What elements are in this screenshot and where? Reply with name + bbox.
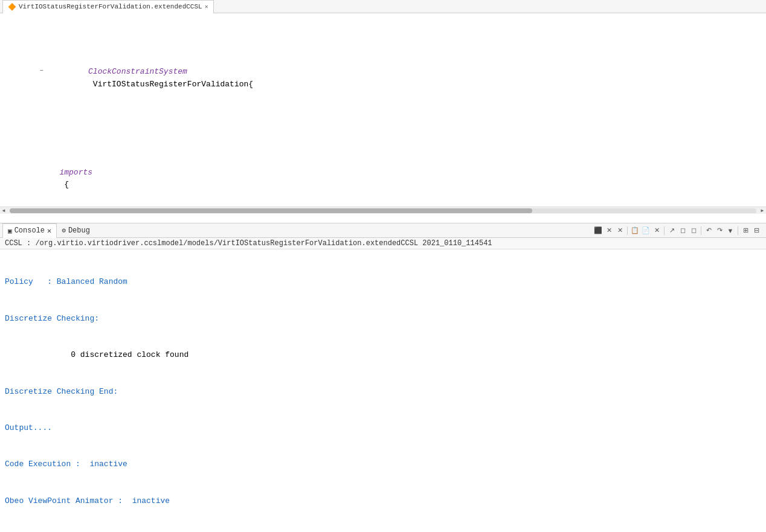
console-output[interactable]: Policy : Balanced Random Discretize Chec…: [0, 249, 766, 532]
editor-tab-label: VirtIOStatusRegisterForValidation.extend…: [19, 3, 202, 10]
debug-icon: ⚙: [62, 226, 66, 234]
output-line-6: Code Execution : inactive: [5, 458, 761, 470]
toolbar-sep-2: [664, 226, 665, 235]
layout-button-2[interactable]: ⊟: [752, 226, 761, 236]
output-line-1: Policy : Balanced Random: [5, 276, 761, 288]
window-button-2[interactable]: ◻: [689, 226, 698, 236]
debug-tab-label: Debug: [68, 226, 90, 235]
code-text: VirtIOStatusRegisterForValidation{: [88, 80, 253, 89]
line-content: ClockConstraintSystem VirtIOStatusRegist…: [51, 53, 761, 103]
keyword: ClockConstraintSystem: [88, 67, 187, 76]
file-icon: 🔶: [8, 3, 16, 11]
console-toolbar: ⬛ ✕ ✕ 📋 📄 ✕ ↗ ◻ ◻ ↶ ↷ ▼ ⊞ ⊟: [593, 226, 764, 236]
output-line-7: Obeo ViewPoint Animator : inactive: [5, 495, 761, 507]
terminate-button[interactable]: ✕: [604, 226, 614, 236]
code-line-2: imports {: [0, 141, 766, 204]
console-tab[interactable]: ▣ Console ✕: [2, 223, 57, 238]
dropdown-button[interactable]: ▼: [726, 226, 735, 236]
editor-area: 🔶 VirtIOStatusRegisterForValidation.exte…: [0, 0, 766, 223]
output-line-3: 0 discretized clock found: [5, 349, 761, 361]
back-button[interactable]: ↶: [704, 226, 713, 236]
toolbar-sep-4: [738, 226, 738, 235]
output-line-4: Discretize Checking End:: [5, 386, 761, 398]
line-content: imports {: [22, 141, 761, 204]
collapse-icon[interactable]: −: [40, 68, 43, 74]
keyword: imports: [59, 168, 92, 177]
toolbar-sep-1: [627, 226, 628, 235]
code-text: [59, 155, 78, 164]
stop-button[interactable]: ⬛: [593, 226, 603, 236]
output-line-5: Output....: [5, 422, 761, 434]
console-path: CCSL : /org.virtio.virtiodriver.ccslmode…: [0, 238, 766, 249]
output-line-2: Discretize Checking:: [5, 313, 761, 325]
clear-button[interactable]: ✕: [652, 226, 661, 236]
copy-button[interactable]: 📋: [630, 226, 640, 236]
editor-tab[interactable]: 🔶 VirtIOStatusRegisterForValidation.exte…: [2, 0, 214, 13]
line-number: −: [5, 53, 46, 88]
console-icon: ▣: [8, 227, 12, 235]
scroll-right-arrow[interactable]: ▶: [759, 207, 766, 214]
console-area: ▣ Console ✕ ⚙ Debug ⬛ ✕ ✕ 📋 📄 ✕ ↗ ◻ ◻ ↶ …: [0, 223, 766, 532]
console-tab-bar: ▣ Console ✕ ⚙ Debug ⬛ ✕ ✕ 📋 📄 ✕ ↗ ◻ ◻ ↶ …: [0, 223, 766, 238]
code-text: {: [59, 180, 69, 189]
debug-tab[interactable]: ⚙ Debug: [57, 223, 95, 238]
layout-button-1[interactable]: ⊞: [741, 226, 750, 236]
terminate-all-button[interactable]: ✕: [615, 226, 625, 236]
code-line-1: − ClockConstraintSystem VirtIOStatusRegi…: [0, 53, 766, 103]
scroll-left-arrow[interactable]: ◀: [0, 207, 7, 214]
scrollbar-track[interactable]: [10, 208, 756, 213]
editor-scrollbar[interactable]: ◀ ▶: [0, 207, 766, 214]
close-tab-icon[interactable]: ✕: [205, 3, 208, 10]
code-editor: − ClockConstraintSystem VirtIOStatusRegi…: [0, 13, 766, 207]
forward-button[interactable]: ↷: [715, 226, 724, 236]
editor-tab-bar: 🔶 VirtIOStatusRegisterForValidation.exte…: [0, 0, 766, 13]
export-button[interactable]: ↗: [667, 226, 677, 236]
close-console-tab-icon[interactable]: ✕: [47, 226, 51, 236]
toolbar-sep-3: [701, 226, 701, 235]
console-tab-label: Console: [14, 226, 45, 235]
window-button-1[interactable]: ◻: [678, 226, 687, 236]
scrollbar-thumb[interactable]: [10, 208, 532, 213]
paste-button[interactable]: 📄: [641, 226, 651, 236]
